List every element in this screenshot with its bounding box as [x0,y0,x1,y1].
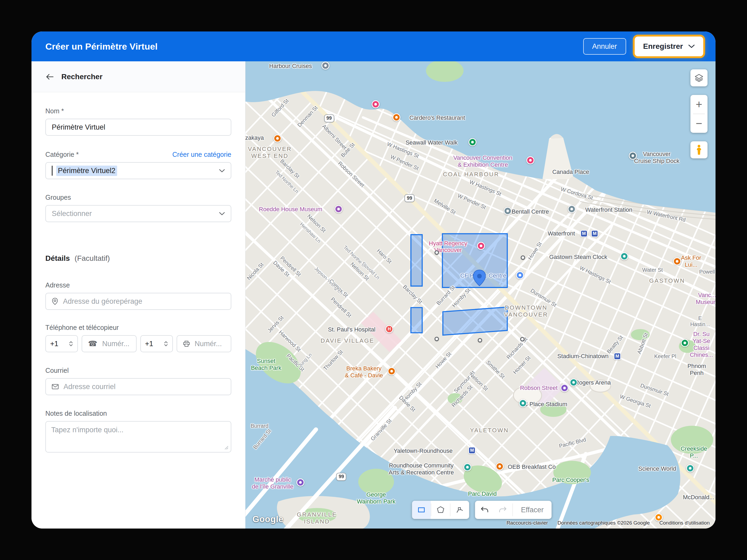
geofence-vertex-handle[interactable] [520,337,524,341]
category-select[interactable]: Périmètre Virtuel2 [45,162,231,179]
poi-icon[interactable] [686,464,694,472]
name-label: Nom * [45,107,231,115]
street-map-label: Water St [642,267,663,273]
geofence-vertex-handle[interactable] [435,250,439,255]
undo-button[interactable] [475,501,494,519]
map-overlay: Harbour CruisesizakayaCardero's Restaura… [246,61,716,529]
redo-icon [499,506,507,513]
zoom-in-button[interactable]: + [691,95,707,114]
poi-icon[interactable] [526,156,534,164]
google-logo[interactable]: Google [252,514,284,524]
poi-icon[interactable] [335,205,342,213]
street-map-label: Comox St [328,278,349,299]
stepper-icon [164,341,168,347]
poi-icon[interactable] [463,463,471,471]
vertex-tool-icon [456,506,464,514]
notes-textarea[interactable]: Tapez n'importe quoi... [45,421,231,453]
create-category-link[interactable]: Créer une catégorie [172,151,231,158]
street-view-pegman[interactable] [691,141,707,158]
geofence-vertex-handle[interactable] [478,338,482,342]
map-canvas[interactable]: Harbour CruisesizakayaCardero's Restaura… [246,61,716,529]
terms-link[interactable]: Conditions d'utilisation [660,520,710,526]
area-map-label: YALETOWN [470,427,509,434]
chevron-down-icon [219,169,225,172]
transit-station-icon[interactable]: M [468,447,476,454]
poi-icon[interactable]: H [385,325,393,333]
poi-icon[interactable] [504,207,512,215]
poi-map-label: Science World [638,465,676,472]
zoom-control: + − [691,95,707,133]
notes-label: Notes de localisation [45,409,231,417]
poi-icon[interactable] [561,384,568,392]
address-label: Adresse [45,281,231,289]
rectangle-tool-button[interactable] [412,501,431,519]
poi-icon[interactable] [568,205,576,213]
poi-map-label: Waterfront [548,231,575,237]
poi-icon[interactable] [620,252,628,260]
phone-country-select[interactable]: +1 [45,335,78,352]
envelope-icon [52,384,59,389]
clear-shapes-button[interactable]: Effacer [513,501,552,519]
poi-icon[interactable] [297,478,304,486]
street-map-label: Harwood St [278,329,302,353]
poi-map-label: Stadium-Chinatown [557,353,609,360]
geofence-vertex-handle[interactable] [521,256,525,260]
poi-icon[interactable] [496,462,504,471]
poi-map-label: St. Paul's Hospital [328,326,376,333]
street-map-label: Howe St [526,241,543,261]
poi-icon[interactable] [516,271,524,279]
layers-icon [694,74,703,82]
save-button[interactable]: Enregistrer [635,36,703,56]
notes-placeholder: Tapez n'importe quoi... [51,426,124,434]
poi-icon[interactable] [519,399,527,407]
geofence-vertex-handle[interactable] [435,337,439,341]
poi-map-label: Seawall Water Walk [406,139,458,146]
poi-map-label: Waterfront Station [585,206,632,213]
back-to-search[interactable]: Rechercher [31,61,245,92]
street-map-label: Granville St [369,418,393,442]
poi-icon[interactable] [321,61,330,70]
details-heading: Détails (Facultatif) [45,254,231,263]
poi-icon[interactable] [274,134,281,142]
pegman-icon [696,144,702,155]
poi-map-label: Yaletown-Roundhouse [394,448,453,454]
poi-icon[interactable] [477,242,485,250]
fax-country-select[interactable]: +1 [140,335,173,352]
address-input[interactable]: Adresse du géorepérage [45,293,231,310]
poi-icon[interactable] [468,138,476,146]
phone-placeholder: Numér... [102,340,129,348]
email-input[interactable]: Adresse courriel [45,378,231,395]
groups-select[interactable]: Sélectionner [45,205,231,222]
poi-icon[interactable] [629,152,637,160]
poi-icon[interactable] [570,378,577,386]
street-map-label: W Georgia St [619,394,651,409]
poi-map-label: Vancouver Convention & Exhibition Centre [453,154,512,168]
fax-number-input[interactable]: Numér... [177,335,232,352]
transit-station-icon[interactable]: M [614,352,621,360]
zoom-out-button[interactable]: − [691,114,707,133]
street-map-label: Burrard [251,423,269,430]
name-input[interactable]: Périmètre Virtuel [45,119,231,136]
map-layers-button[interactable] [691,69,707,86]
vertex-tool-button[interactable] [450,501,469,519]
resize-handle-icon[interactable] [224,445,229,450]
email-placeholder: Adresse courriel [63,383,115,391]
poi-icon[interactable] [681,339,689,347]
poi-icon[interactable] [673,257,681,265]
groups-placeholder: Sélectionner [52,210,92,218]
polygon-tool-button[interactable] [431,501,450,519]
category-label: Catégorie * [45,151,79,158]
geofence-center-pin[interactable] [472,270,486,288]
phone-number-input[interactable]: ☎ Numér... [82,335,136,352]
poi-icon[interactable] [388,367,396,375]
street-map-label: Burrard St [252,428,273,451]
poi-map-label: Parc Cooper's [552,477,589,483]
poi-icon[interactable] [392,113,401,121]
poi-icon[interactable] [371,100,380,108]
cancel-button[interactable]: Annuler [583,38,626,55]
transit-station-icon[interactable]: M [580,230,588,237]
keyboard-shortcuts-link[interactable]: Raccourcis-clavier [507,520,548,526]
redo-button[interactable] [494,501,513,519]
poi-map-label: McDonald... [683,494,714,501]
transit-station-icon[interactable]: M [591,230,598,237]
